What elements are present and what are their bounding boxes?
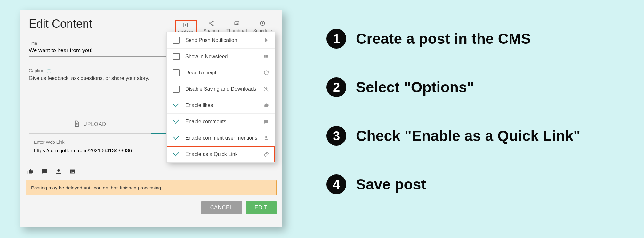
checkmark-icon[interactable]: [173, 118, 180, 125]
option-label: Enable comment user mentions: [185, 135, 257, 141]
checkbox-icon[interactable]: [173, 53, 180, 60]
status-icon-row: [20, 160, 282, 179]
checkbox-icon[interactable]: [173, 69, 180, 76]
option-trailing-icon: [263, 151, 269, 157]
options-icon: [176, 21, 196, 28]
comment-icon: [41, 168, 48, 176]
step-number: 3: [326, 126, 346, 146]
picture-icon: [69, 168, 76, 176]
option-trailing-icon: [263, 86, 269, 92]
clock-icon: [252, 20, 273, 27]
svg-line-7: [210, 24, 213, 25]
share-icon: [200, 20, 222, 27]
option-enable-comments[interactable]: Enable comments: [167, 114, 275, 130]
option-enable-as-a-quick-link[interactable]: Enable as a Quick Link: [167, 146, 275, 162]
caption-label-text: Caption: [29, 68, 44, 73]
option-enable-likes[interactable]: Enable likes: [167, 97, 275, 114]
option-read-receipt[interactable]: Read Receipt: [167, 65, 275, 81]
option-label: Disable Saving and Downloads: [185, 86, 256, 92]
step-text: Check "Enable as a Quick Link": [356, 127, 581, 144]
svg-point-9: [236, 23, 237, 24]
option-enable-comment-user-mentions[interactable]: Enable comment user mentions: [167, 130, 275, 146]
option-trailing-icon: [263, 135, 269, 141]
option-label: Enable as a Quick Link: [185, 151, 238, 157]
option-trailing-icon: [263, 119, 269, 125]
options-dropdown: Send Push NotificationShow in NewsfeedRe…: [166, 32, 275, 163]
svg-point-3: [212, 21, 213, 22]
option-show-in-newsfeed[interactable]: Show in Newsfeed: [167, 49, 275, 65]
step-4: 4 Save post: [326, 174, 615, 194]
svg-rect-20: [264, 57, 266, 58]
edit-button[interactable]: EDIT: [246, 201, 277, 214]
option-label: Show in Newsfeed: [185, 54, 228, 59]
option-label: Send Push Notification: [185, 37, 237, 43]
checkmark-icon[interactable]: [173, 151, 180, 158]
svg-rect-19: [264, 56, 266, 57]
step-text: Create a post in the CMS: [356, 30, 531, 47]
step-text: Select "Options": [356, 79, 474, 96]
checkmark-icon[interactable]: [173, 102, 180, 109]
svg-rect-23: [266, 57, 268, 58]
step-2: 2 Select "Options": [326, 77, 615, 97]
processing-notice: Posting may be delayed until content has…: [26, 180, 277, 195]
svg-point-4: [209, 23, 210, 24]
option-label: Enable comments: [185, 119, 226, 125]
option-label: Read Receipt: [185, 70, 216, 76]
svg-rect-18: [264, 55, 266, 56]
svg-point-5: [212, 25, 213, 26]
option-label: Enable likes: [185, 103, 213, 108]
image-icon: [226, 20, 248, 27]
svg-line-6: [210, 22, 213, 23]
tab-label: UPLOAD: [83, 121, 106, 127]
svg-rect-21: [266, 55, 268, 56]
file-icon: [74, 120, 80, 128]
step-number: 2: [326, 77, 346, 97]
checkmark-icon[interactable]: [173, 134, 180, 142]
tab-upload[interactable]: UPLOAD: [29, 115, 151, 133]
checkbox-icon[interactable]: [173, 37, 180, 44]
option-trailing-icon: [263, 103, 269, 108]
option-send-push-notification[interactable]: Send Push Notification: [167, 32, 275, 49]
user-icon: [55, 168, 62, 176]
svg-line-12: [262, 23, 263, 24]
info-icon[interactable]: i: [47, 69, 51, 73]
checkbox-icon[interactable]: [173, 86, 180, 93]
svg-point-25: [265, 136, 267, 138]
step-text: Save post: [356, 176, 426, 193]
step-number: 4: [326, 174, 346, 194]
step-number: 1: [326, 29, 346, 49]
action-buttons: CANCEL EDIT: [20, 196, 282, 219]
cancel-button[interactable]: CANCEL: [201, 201, 242, 214]
option-trailing-icon: [263, 37, 269, 43]
svg-point-17: [71, 171, 72, 172]
instruction-steps: 1 Create a post in the CMS 2 Select "Opt…: [326, 29, 615, 223]
option-disable-saving-and-downloads[interactable]: Disable Saving and Downloads: [167, 81, 275, 97]
svg-point-15: [57, 169, 60, 172]
option-trailing-icon: [263, 54, 269, 59]
step-1: 1 Create a post in the CMS: [326, 29, 615, 49]
step-3: 3 Check "Enable as a Quick Link": [326, 126, 615, 146]
option-trailing-icon: [263, 70, 269, 76]
svg-rect-22: [266, 56, 268, 57]
thumbs-up-icon: [27, 168, 34, 176]
